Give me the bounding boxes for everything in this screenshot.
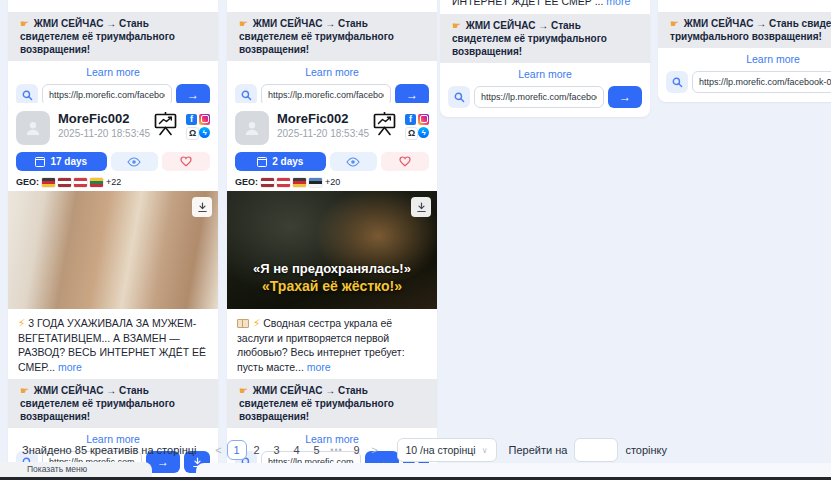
pointing-hand-icon: ☛ xyxy=(20,385,29,396)
next-page-button[interactable]: > xyxy=(367,444,383,456)
url-row: → xyxy=(440,84,650,117)
page-ellipsis: ••• xyxy=(327,440,347,460)
creative-timestamp: 2025-11-20 18:53:45 xyxy=(58,127,152,140)
creative-image[interactable]: «Я не предохранялась!» «Трахай её жёстко… xyxy=(227,191,437,309)
page-button-2[interactable]: 2 xyxy=(247,440,267,460)
page-button-9[interactable]: 9 xyxy=(347,440,367,460)
landing-url-input[interactable] xyxy=(692,71,831,93)
board-chart-icon[interactable] xyxy=(371,111,398,140)
card-cut-spacer xyxy=(227,0,437,12)
results-count: Знайдено 85 креативів на сторінці xyxy=(22,444,197,456)
ad-headline-bar: ☛ ЖМИ СЕЙЧАС → Стань свидетелем её триум… xyxy=(658,12,831,48)
flag-lv-icon xyxy=(58,178,71,187)
pointing-hand-icon: ☛ xyxy=(452,20,461,31)
geo-more-count[interactable]: +20 xyxy=(325,177,340,187)
goto-page-input[interactable] xyxy=(574,438,618,462)
flag-at-icon xyxy=(74,178,87,187)
show-menu-button[interactable]: Показать меню xyxy=(0,462,152,477)
pointing-hand-icon: ☛ xyxy=(670,18,679,29)
search-icon[interactable] xyxy=(448,86,470,108)
instagram-icon xyxy=(199,114,210,125)
open-url-button[interactable]: → xyxy=(608,86,642,108)
download-image-icon[interactable] xyxy=(411,197,431,217)
flag-de-icon xyxy=(293,178,306,187)
lightning-icon: ⚡ xyxy=(18,317,25,329)
learn-more-link[interactable]: Learn more xyxy=(658,48,831,69)
more-link[interactable]: more xyxy=(307,361,331,373)
flag-ee-icon xyxy=(309,178,322,187)
ad-headline-text: ЖМИ СЕЙЧАС → Стань свидетелем её триумфа… xyxy=(20,18,175,55)
card-header: MoreFic002 2025-11-20 18:53:45 f Ω ϟ xyxy=(227,103,437,145)
more-link[interactable]: more xyxy=(606,0,630,7)
page-button-3[interactable]: 3 xyxy=(267,440,287,460)
geo-more-count[interactable]: +22 xyxy=(106,177,121,187)
creative-timestamp: 2025-11-20 18:53:45 xyxy=(277,127,371,140)
ad-body-text: ⚡ 3 ГОДА УХАЖИВАЛА ЗА МУЖЕМ-ВЕГЕТАТИВЦЕМ… xyxy=(8,309,218,379)
pointing-hand-icon: ☛ xyxy=(239,385,248,396)
download-image-icon[interactable] xyxy=(192,197,212,217)
platform-icons: f Ω ϟ xyxy=(186,114,210,138)
top-card-4: ☛ ЖМИ СЕЙЧАС → Стань свидетелем её триум… xyxy=(658,0,831,102)
creative-image[interactable] xyxy=(8,191,218,309)
ad-body-text: ⚡ Сводная сестра украла её заслуги и при… xyxy=(227,309,437,379)
card-cut-spacer xyxy=(8,0,218,12)
audience-network-icon: Ω xyxy=(186,127,199,140)
header-icons: f Ω ϟ xyxy=(371,111,429,140)
geo-flags xyxy=(42,178,103,187)
creative-card-2: MoreFic002 2025-11-20 18:53:45 f Ω ϟ 2 d… xyxy=(227,103,437,480)
image-overlay-text: «Я не предохранялась!» «Трахай её жёстко… xyxy=(227,260,437,295)
geo-label: GEO: xyxy=(235,177,258,187)
profile-name[interactable]: MoreFic002 xyxy=(58,111,152,127)
flag-at-icon xyxy=(277,178,290,187)
page-button-5[interactable]: 5 xyxy=(307,440,327,460)
profile-info: MoreFic002 2025-11-20 18:53:45 xyxy=(58,111,152,140)
ad-headline-text: ЖМИ СЕЙЧАС → Стань свидетелем её триумфа… xyxy=(239,18,394,55)
avatar xyxy=(235,111,269,145)
overlay-line-2: «Трахай её жёстко!» xyxy=(227,277,437,295)
favorite-button[interactable] xyxy=(381,152,429,171)
geo-row: GEO: +22 xyxy=(8,171,218,191)
days-running-button[interactable]: 2 days xyxy=(235,152,326,171)
preview-button[interactable] xyxy=(330,152,378,171)
ad-headline-text: ЖМИ СЕЙЧАС → Стань свидетелем её триумфа… xyxy=(670,18,831,42)
facebook-icon: f xyxy=(405,114,416,125)
per-page-select[interactable]: 10 /на сторінці ∨ xyxy=(397,438,497,462)
ad-headline-text: ЖМИ СЕЙЧАС → Стань свидетелем её триумфа… xyxy=(239,385,394,422)
card-cut-spacer xyxy=(658,0,831,12)
prev-page-button[interactable]: < xyxy=(211,444,227,456)
days-running-button[interactable]: 17 days xyxy=(16,152,107,171)
lightning-icon: ⚡ xyxy=(253,317,260,329)
top-card-2: ☛ ЖМИ СЕЙЧАС → Стань свидетелем её триум… xyxy=(227,0,437,115)
platform-icons: f Ω ϟ xyxy=(405,114,429,138)
favorite-button[interactable] xyxy=(162,152,210,171)
flag-lv-icon xyxy=(261,178,274,187)
profile-name[interactable]: MoreFic002 xyxy=(277,111,371,127)
book-icon xyxy=(237,319,249,328)
pointing-hand-icon: ☛ xyxy=(20,18,29,29)
calendar-icon xyxy=(257,157,267,167)
landing-url-input[interactable] xyxy=(474,86,604,108)
page-button-1[interactable]: 1 xyxy=(227,440,247,460)
learn-more-link[interactable]: Learn more xyxy=(8,61,218,82)
overlay-line-1: «Я не предохранялась!» xyxy=(227,260,437,277)
creative-card-1: MoreFic002 2025-11-20 18:53:45 f Ω ϟ 17 … xyxy=(8,103,218,480)
preview-button[interactable] xyxy=(111,152,159,171)
instagram-icon xyxy=(418,114,429,125)
content-bottom-strip xyxy=(196,463,831,477)
ad-headline-bar: ☛ ЖМИ СЕЙЧАС → Стань свидетелем её триум… xyxy=(227,12,437,61)
search-icon[interactable] xyxy=(666,71,688,93)
page-button-4[interactable]: 4 xyxy=(287,440,307,460)
flag-de-icon xyxy=(42,178,55,187)
messenger-icon: ϟ xyxy=(199,127,210,138)
geo-label: GEO: xyxy=(16,177,39,187)
goto-page-suffix: сторінку xyxy=(625,444,667,456)
more-link[interactable]: more xyxy=(58,361,82,373)
ad-body-text-truncated: ИНТЕРНЕТ ЖДЁТ ЕЁ СМЕР ... more xyxy=(440,0,650,14)
card-actions: 17 days xyxy=(8,145,218,171)
board-chart-icon[interactable] xyxy=(152,111,179,140)
learn-more-link[interactable]: Learn more xyxy=(440,63,650,84)
header-icons: f Ω ϟ xyxy=(152,111,210,140)
geo-flags xyxy=(261,178,322,187)
learn-more-link[interactable]: Learn more xyxy=(227,61,437,82)
card-header: MoreFic002 2025-11-20 18:53:45 f Ω ϟ xyxy=(8,103,218,145)
